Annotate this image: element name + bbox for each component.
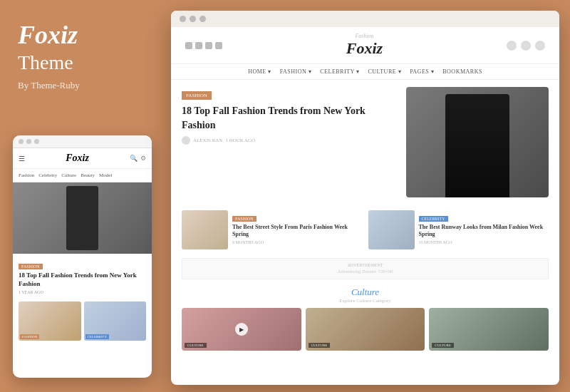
mobile-nav-beauty: Beauty	[81, 172, 95, 178]
featured-meta: ALEXIS RAN 1 HOUR AGO	[182, 136, 399, 145]
featured-article: FASHION 18 Top Fall Fashion Trends from …	[182, 87, 399, 197]
ad-banner: ADVERTISEMENT Advertising Banner 728×90	[182, 258, 549, 279]
ad-content: Advertising Banner 728×90	[187, 269, 544, 274]
culture-card3-badge: CULTURE	[432, 343, 454, 348]
twitter-icon	[205, 42, 212, 49]
culture-card2-badge: CULTURE	[309, 343, 331, 348]
play-button[interactable]: ▶	[235, 323, 248, 336]
mobile-article-title: 18 Top Fall Fashion Trends from New York…	[19, 272, 146, 288]
mobile-nav-fashion: Fashion	[19, 172, 34, 178]
mobile-nav-culture: Culture	[61, 172, 76, 178]
featured-title[interactable]: 18 Top Fall Fashion Trends from New York…	[182, 104, 399, 132]
nav-culture[interactable]: CULTURE ▾	[368, 68, 401, 75]
desktop-header: Fashion Foxiz	[171, 27, 559, 64]
mobile-card2-badge: CELEBRITY	[86, 334, 110, 339]
desktop-dot-2	[190, 16, 196, 22]
mobile-dot-2	[26, 139, 31, 144]
sub-article-2-image	[368, 210, 415, 249]
sub-article-1: FASHION The Best Street Style From Paris…	[182, 210, 363, 249]
youtube-icon	[215, 42, 222, 49]
mobile-nav-celebrity: Celebrity	[38, 172, 57, 178]
settings-icon[interactable]	[535, 41, 545, 51]
mobile-main-image	[13, 182, 152, 254]
nav-celebrity[interactable]: CELEBRITY ▾	[320, 68, 359, 75]
theme-label: Theme	[18, 51, 146, 74]
desktop-nav: HOME ▾ FASHION ▾ CELEBRITY ▾ CULTURE ▾ P…	[171, 64, 559, 80]
culture-cards: ▶ CULTURE CULTURE CULTURE	[182, 308, 549, 351]
search-icon[interactable]	[507, 41, 517, 51]
featured-person-silhouette	[445, 94, 509, 197]
culture-card-2: CULTURE	[306, 308, 425, 351]
author-avatar	[182, 136, 190, 145]
desktop-logo-main: Foxiz	[222, 39, 507, 58]
mobile-person-silhouette	[66, 186, 98, 250]
featured-time: 1 HOUR AGO	[225, 138, 255, 143]
mobile-preview: ☰ Foxiz 🔍 ⚙ Fashion Celebrity Culture Be…	[13, 135, 152, 378]
mobile-fashion-badge: FASHION	[19, 264, 43, 269]
mobile-nav-model: Model	[99, 172, 112, 178]
mobile-dot-1	[19, 139, 24, 144]
desktop-dot-1	[180, 16, 186, 22]
mobile-header: ☰ Foxiz 🔍 ⚙	[13, 148, 152, 169]
desktop-dot-3	[200, 16, 206, 22]
desktop-top-bar	[171, 11, 559, 27]
left-panel: Foxiz Theme By Theme-Ruby ☰ Foxiz 🔍 ⚙ Fa…	[0, 0, 164, 392]
nav-fashion[interactable]: FASHION ▾	[280, 68, 312, 75]
culture-card1-badge: CULTURE	[185, 343, 207, 348]
mobile-card1-badge: FASHION	[20, 334, 39, 339]
featured-badge: FASHION	[182, 91, 212, 100]
nav-home[interactable]: HOME ▾	[248, 68, 271, 75]
sub-article-1-image	[182, 210, 228, 249]
culture-card-3: CULTURE	[429, 308, 549, 351]
nav-pages[interactable]: PAGES ▾	[410, 68, 434, 75]
account-icon[interactable]	[521, 41, 531, 51]
mobile-card-1: FASHION	[19, 301, 81, 341]
sub-article-2: CELEBRITY The Best Runway Looks from Mil…	[368, 210, 549, 249]
culture-subtitle: Explore Culture Category	[182, 298, 549, 304]
sub1-title[interactable]: The Best Street Style From Paris Fashion…	[232, 224, 363, 239]
sub2-meta: 10 MONTHS AGO	[419, 240, 549, 244]
sub1-badge: FASHION	[232, 216, 256, 222]
mobile-bottom-cards: FASHION CELEBRITY	[13, 299, 152, 344]
mobile-logo: Foxiz	[66, 153, 89, 164]
desktop-logo-script: Fashion	[222, 33, 507, 39]
desktop-main-content: FASHION 18 Top Fall Fashion Trends from …	[171, 80, 559, 205]
culture-section: Culture Explore Culture Category ▶ CULTU…	[171, 282, 559, 355]
social-icons	[185, 42, 222, 49]
mobile-nav: Fashion Celebrity Culture Beauty Model	[13, 169, 152, 182]
sub2-badge: CELEBRITY	[419, 216, 448, 222]
mobile-article-meta: 1 YEAR AGO	[19, 290, 146, 294]
featured-image	[406, 87, 549, 197]
mobile-card-2: CELEBRITY	[84, 301, 147, 341]
sub-article-2-content: CELEBRITY The Best Runway Looks from Mil…	[419, 210, 549, 244]
mobile-article-info: FASHION 18 Top Fall Fashion Trends from …	[13, 254, 152, 299]
nav-bookmarks[interactable]: BOOKMARKS	[442, 68, 482, 75]
culture-card-1: ▶ CULTURE	[182, 308, 301, 351]
sub1-meta: 8 MONTHS AGO	[232, 240, 363, 244]
by-label: By Theme-Ruby	[18, 80, 146, 91]
mobile-dot-3	[34, 139, 39, 144]
header-icons	[507, 41, 545, 51]
culture-title[interactable]: Culture	[182, 287, 549, 298]
ad-label: ADVERTISEMENT	[187, 263, 544, 267]
sub-articles: FASHION The Best Street Style From Paris…	[171, 205, 559, 255]
featured-author: ALEXIS RAN	[193, 138, 222, 143]
brand-title: Foxiz	[18, 21, 146, 50]
facebook-icon	[195, 42, 202, 49]
desktop-preview: Fashion Foxiz HOME ▾ FASHION ▾ CELEBRITY…	[171, 11, 559, 385]
mobile-top-bar	[13, 135, 152, 148]
globe-icon	[185, 42, 192, 49]
sub2-title[interactable]: The Best Runway Looks from Milan Fashion…	[419, 224, 549, 239]
sub-article-1-content: FASHION The Best Street Style From Paris…	[232, 210, 363, 244]
desktop-logo-container: Fashion Foxiz	[222, 33, 507, 58]
